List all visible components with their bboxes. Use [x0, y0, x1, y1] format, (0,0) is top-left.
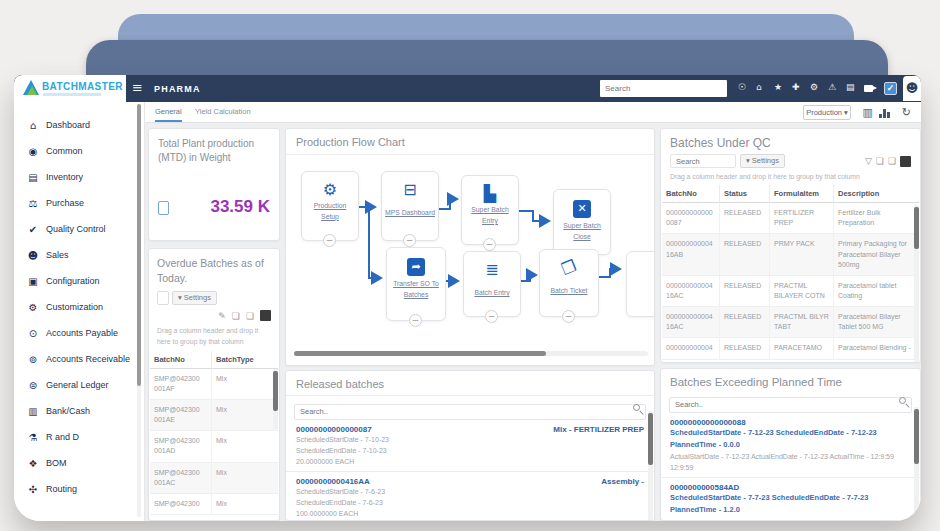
bulb-icon[interactable]: ☉ — [738, 82, 746, 92]
flow-node-super-batch-close[interactable]: ✕ Super Batch Close — [553, 189, 611, 255]
plus-icon[interactable]: ✚ — [792, 82, 800, 92]
collapse-icon[interactable]: − — [483, 238, 496, 251]
sidebar-item-r-and-d[interactable]: ⚗R and D — [14, 426, 141, 448]
panel-title: Released batches — [286, 371, 654, 396]
table-row[interactable]: SMP@042300 001ADMix — [150, 431, 278, 462]
refresh-icon[interactable]: ↻ — [902, 106, 911, 119]
flow-node-batch-ticket[interactable]: ❒ Batch Ticket − — [539, 249, 599, 317]
batch-number-link[interactable]: 00000000000000087 — [296, 425, 372, 434]
tasks-icon[interactable]: ✓ — [884, 82, 897, 95]
batch-number-link[interactable]: 00000000000416AA — [296, 477, 370, 486]
exceeding-search-input[interactable] — [669, 397, 912, 413]
overdue-scrollbar-thumb[interactable] — [273, 371, 278, 411]
collapse-icon[interactable]: − — [403, 234, 416, 247]
column-header-description[interactable]: Description — [834, 185, 919, 203]
flow-node-transfer-so-to-batches[interactable]: ➦ Transfer SO To Batches − — [386, 247, 446, 321]
collapse-icon[interactable]: − — [323, 234, 336, 247]
overdue-table-header: BatchNo BatchType — [150, 351, 278, 369]
export-pdf-icon[interactable]: ❏ — [888, 156, 896, 166]
weight-checkbox[interactable] — [158, 201, 169, 215]
panel-title: Batches Under QC — [661, 129, 920, 154]
r-and-d-icon: ⚗ — [27, 432, 39, 443]
bar-chart-icon[interactable] — [879, 109, 892, 118]
sidebar-item-accounts-payable[interactable]: ⊙Accounts Payable — [14, 322, 141, 344]
table-row[interactable]: SMP@042300 001ACMix — [150, 463, 278, 494]
sidebar-item-routing[interactable]: ✣Routing — [14, 478, 141, 500]
flow-hscrollbar-thumb[interactable] — [294, 351, 546, 356]
panel-total-plant-production: Total Plant production (MTD) in Weight 3… — [148, 128, 280, 241]
sidebar-item-dashboard[interactable]: ⌂Dashboard — [14, 114, 141, 136]
qc-scrollbar-thumb[interactable] — [914, 207, 919, 249]
table-row[interactable]: 00000000000416ACRELEASEDPRACTML BILYR TA… — [662, 307, 919, 338]
collapse-icon[interactable]: − — [485, 310, 498, 323]
brand-logo[interactable]: BATCHMASTER — [14, 75, 126, 102]
export-pdf-icon[interactable]: ❏ — [246, 311, 254, 321]
sidebar-item-bom[interactable]: ❖BOM — [14, 452, 141, 474]
flow-node-partial[interactable] — [626, 251, 655, 317]
column-header-batchtype[interactable]: BatchType — [212, 351, 278, 369]
column-chooser-icon[interactable] — [260, 310, 271, 321]
column-header-batchno[interactable]: BatchNo — [662, 185, 720, 203]
exceeding-scrollbar-thumb[interactable] — [914, 409, 919, 464]
home-icon[interactable]: ⌂ — [756, 82, 762, 92]
gear-icon[interactable]: ⚙ — [810, 82, 818, 92]
alert-icon[interactable]: ⚠ — [828, 82, 836, 92]
released-search-input[interactable] — [294, 404, 646, 420]
table-row[interactable]: 00000000000416ACRELEASEDPRACTML BILAYER … — [662, 276, 919, 307]
overdue-settings-button[interactable]: ▾ Settings — [172, 291, 217, 305]
card-view-icon[interactable]: ▤ — [846, 82, 855, 92]
panel-title: Batches Exceeding Planned Time — [661, 369, 920, 393]
flow-node-production-setup[interactable]: ⚙ Production Setup − — [301, 171, 359, 241]
sidebar-item-inventory[interactable]: ▤Inventory — [14, 166, 141, 188]
flow-node-super-batch-entry[interactable]: ▙ Super Batch Entry − — [461, 175, 519, 245]
tab-general[interactable]: General — [155, 107, 182, 122]
collapse-icon[interactable]: − — [409, 314, 422, 327]
sidebar-item-purchase[interactable]: ⚖Purchase — [14, 192, 141, 214]
flow-node-mps-dashboard[interactable]: ⊟ MPS Dashboard − — [381, 171, 439, 241]
list-item: 00000000000416AA Assembly - ScheduledSta… — [286, 472, 654, 521]
qc-search-input[interactable] — [670, 154, 736, 168]
table-row[interactable]: 0000000000000087RELEASEDFERTILIZER PREPF… — [662, 203, 919, 234]
search-icon — [899, 397, 906, 404]
qc-settings-button[interactable]: ▾ Settings — [740, 154, 785, 168]
chevron-down-icon: ▾ — [746, 156, 750, 165]
filter-icon[interactable]: ▽ — [865, 156, 872, 166]
sidebar-scrollbar-thumb[interactable] — [137, 104, 141, 386]
table-row[interactable]: 00000000000416ABRELEASEDPRMY PACKPrimary… — [662, 234, 919, 275]
export-excel-icon[interactable]: ❏ — [876, 156, 884, 166]
table-row[interactable]: 000000000004RELEASEDPARACETAMOParacetamo… — [662, 338, 919, 359]
overdue-search-input[interactable] — [157, 291, 169, 305]
star-icon[interactable]: ★ — [774, 82, 782, 92]
ticket-icon: ❒ — [539, 249, 600, 287]
column-header-formulaitem[interactable]: FormulaItem — [770, 185, 834, 203]
group-drop-hint: Drag a column header and drop it here to… — [661, 168, 920, 185]
table-row[interactable]: SMP@042300 001AFMix — [150, 369, 278, 400]
table-row[interactable]: SMP@042300 001AEMix — [150, 400, 278, 431]
released-scrollbar-thumb[interactable] — [648, 413, 653, 465]
tab-yield-calculation[interactable]: Yield Calculation — [195, 107, 251, 116]
columns-layout-icon[interactable]: ▥ — [863, 106, 873, 119]
global-search-input[interactable] — [600, 80, 727, 97]
edit-icon[interactable]: ✎ — [218, 311, 226, 321]
column-chooser-icon[interactable] — [900, 156, 911, 167]
collapse-icon[interactable]: − — [562, 310, 575, 323]
production-dropdown[interactable]: Production ▾ — [803, 105, 851, 120]
sidebar-item-accounts-receivable[interactable]: ⊚Accounts Receivable — [14, 348, 141, 370]
export-excel-icon[interactable]: ❏ — [232, 311, 240, 321]
avatar[interactable]: ☻ — [903, 76, 921, 101]
sidebar-item-sales[interactable]: ☻Sales — [14, 244, 141, 266]
column-header-status[interactable]: Status — [720, 185, 770, 203]
sidebar-item-bank-cash[interactable]: ▥Bank/Cash — [14, 400, 141, 422]
sidebar-item-quality-control[interactable]: ✔Quality Control — [14, 218, 141, 240]
sidebar-item-general-ledger[interactable]: ⊜General Ledger — [14, 374, 141, 396]
batch-number-link[interactable]: 00000000000000088 — [670, 418, 911, 427]
flow-node-batch-entry[interactable]: ≣ Batch Entry − — [463, 251, 521, 317]
table-row[interactable]: SMP@042300Mix — [150, 494, 278, 515]
column-header-batchno[interactable]: BatchNo — [150, 351, 212, 369]
sidebar-item-customization[interactable]: ⚙Customization — [14, 296, 141, 318]
sidebar-item-configuration[interactable]: ▣Configuration — [14, 270, 141, 292]
hamburger-menu-icon[interactable]: ≡ — [132, 80, 143, 95]
sidebar-item-common[interactable]: ◉Common — [14, 140, 141, 162]
video-camera-icon[interactable] — [864, 85, 873, 92]
batch-number-link[interactable]: 0000000000584AD — [670, 483, 911, 492]
